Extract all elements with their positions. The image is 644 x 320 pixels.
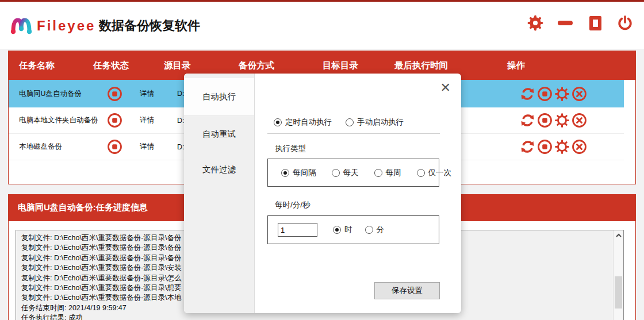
task-details-link[interactable]: 详情 bbox=[140, 80, 154, 107]
log-scrollbar[interactable] bbox=[613, 230, 623, 320]
radio-label: 时 bbox=[344, 225, 352, 235]
task-settings-gear-icon[interactable] bbox=[554, 113, 570, 128]
minimize-icon[interactable] bbox=[557, 14, 574, 32]
settings-gear-icon[interactable] bbox=[527, 14, 544, 32]
task-details-link[interactable]: 详情 bbox=[140, 134, 154, 160]
radio-only-once[interactable]: 仅一次 bbox=[417, 168, 452, 178]
col-header-task-name: 任务名称 bbox=[19, 51, 55, 80]
dialog-close-icon[interactable]: ✕ bbox=[440, 82, 451, 94]
interval-group: 时 分 bbox=[267, 215, 439, 244]
radio-dot-icon bbox=[333, 226, 341, 234]
radio-manual-start[interactable]: 手动启动执行 bbox=[346, 117, 404, 128]
exec-type-group: 每间隔 每天 每周 仅一次 bbox=[267, 159, 439, 187]
radio-unit-hour[interactable]: 时 bbox=[333, 225, 352, 235]
brand-name: Fileyee bbox=[37, 18, 95, 34]
task-settings-dialog: 自动执行 自动重试 文件过滤 ✕ 定时自动执行 手动启动执行 执行类型 每间隔 … bbox=[184, 74, 461, 313]
radio-dot-icon bbox=[365, 226, 373, 234]
radio-unit-minute[interactable]: 分 bbox=[365, 225, 385, 235]
power-close-icon[interactable] bbox=[616, 14, 634, 32]
col-header-operations: 操作 bbox=[507, 51, 525, 80]
radio-label: 手动启动执行 bbox=[357, 117, 404, 128]
radio-dot-icon bbox=[281, 169, 289, 177]
radio-label: 每间隔 bbox=[293, 168, 316, 178]
tab-auto-retry[interactable]: 自动重试 bbox=[184, 116, 254, 152]
dialog-divider bbox=[267, 133, 440, 134]
col-header-task-status: 任务状态 bbox=[93, 51, 129, 80]
task-stop-status-icon bbox=[107, 80, 122, 107]
delete-task-icon[interactable] bbox=[572, 113, 587, 128]
interval-label: 每时/分/秒 bbox=[275, 200, 310, 210]
save-settings-button[interactable]: 保存设置 bbox=[374, 282, 440, 299]
delete-task-icon[interactable] bbox=[572, 139, 587, 155]
radio-dot-icon bbox=[417, 169, 425, 177]
stop-task-icon[interactable] bbox=[537, 113, 553, 128]
radio-dot-icon bbox=[346, 118, 354, 126]
task-details-link[interactable]: 详情 bbox=[140, 107, 154, 133]
scroll-up-icon[interactable] bbox=[614, 231, 623, 240]
title-bar: Fileyee 数据备份恢复软件 bbox=[0, 2, 644, 49]
radio-label: 每天 bbox=[343, 168, 359, 178]
delete-task-icon[interactable] bbox=[572, 86, 587, 102]
fileyee-logo-icon bbox=[9, 14, 34, 39]
dialog-tab-list: 自动执行 自动重试 文件过滤 bbox=[184, 74, 255, 313]
log-line: 任务执行结果: 成功 bbox=[21, 313, 611, 320]
radio-scheduled-auto[interactable]: 定时自动执行 bbox=[274, 117, 332, 128]
task-stop-status-icon bbox=[107, 134, 122, 160]
radio-label: 分 bbox=[377, 225, 385, 235]
radio-label: 仅一次 bbox=[428, 168, 452, 178]
row-operations bbox=[520, 134, 587, 160]
row-operations bbox=[520, 107, 587, 133]
window-controls bbox=[527, 11, 634, 34]
tab-auto-execute[interactable]: 自动执行 bbox=[184, 78, 254, 116]
task-name: 电脑同U盘自动备份 bbox=[19, 80, 82, 107]
radio-every-interval[interactable]: 每间隔 bbox=[281, 168, 316, 178]
radio-every-week[interactable]: 每周 bbox=[374, 168, 401, 178]
exec-type-label: 执行类型 bbox=[275, 144, 306, 154]
run-sync-icon[interactable] bbox=[520, 113, 535, 128]
row-operations bbox=[520, 80, 587, 107]
stop-task-icon[interactable] bbox=[537, 139, 553, 155]
run-sync-icon[interactable] bbox=[520, 86, 535, 102]
task-settings-gear-icon[interactable] bbox=[554, 139, 570, 155]
task-name: 本地磁盘备份 bbox=[19, 134, 62, 160]
interval-value-input[interactable] bbox=[278, 223, 317, 237]
radio-every-day[interactable]: 每天 bbox=[332, 168, 359, 178]
task-stop-status-icon bbox=[107, 107, 122, 133]
app-title: 数据备份恢复软件 bbox=[99, 17, 200, 34]
task-settings-gear-icon[interactable] bbox=[554, 86, 570, 102]
run-sync-icon[interactable] bbox=[520, 139, 535, 155]
tab-file-filter[interactable]: 文件过滤 bbox=[184, 152, 254, 187]
scrollbar-thumb[interactable] bbox=[615, 276, 622, 309]
radio-dot-icon bbox=[374, 169, 382, 177]
radio-dot-icon bbox=[332, 169, 340, 177]
stop-task-icon[interactable] bbox=[537, 86, 553, 102]
radio-label: 定时自动执行 bbox=[285, 117, 332, 128]
radio-dot-icon bbox=[274, 118, 282, 126]
maximize-icon[interactable] bbox=[586, 14, 604, 32]
timing-radio-group: 定时自动执行 手动启动执行 bbox=[274, 117, 404, 128]
task-name: 电脑本地文件夹自动备份 bbox=[19, 107, 98, 133]
radio-label: 每周 bbox=[386, 168, 401, 178]
